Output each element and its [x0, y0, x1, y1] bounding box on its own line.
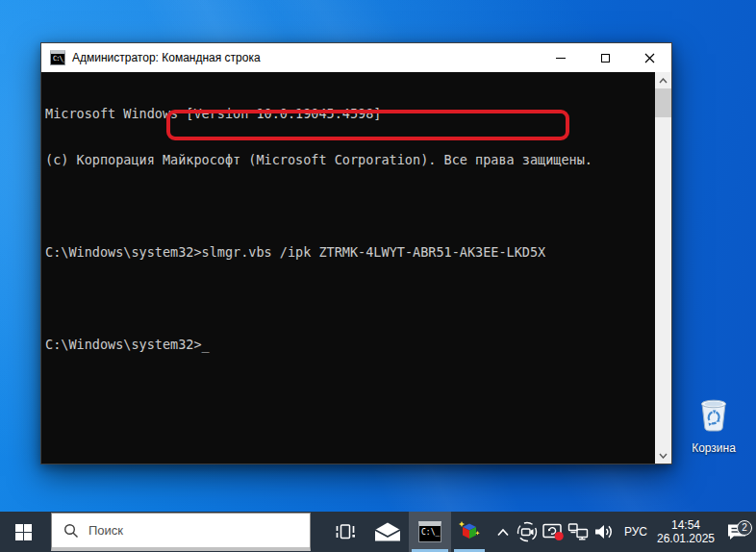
scroll-up-arrow[interactable] — [655, 72, 671, 88]
windows-logo-icon — [15, 524, 32, 540]
cmd-taskbar-icon: C:\_ — [418, 521, 441, 542]
console-scrollbar[interactable] — [655, 72, 671, 464]
language-indicator[interactable]: РУС — [617, 525, 654, 539]
window-title: Администратор: Командная строка — [72, 51, 261, 64]
console-prompt: C:\Windows\system32> — [45, 337, 202, 352]
scrollbar-thumb[interactable] — [655, 88, 671, 117]
recycle-bin-icon — [694, 422, 733, 439]
console-line-prompt: C:\Windows\system32>_ — [45, 337, 652, 352]
console-line-version: Microsoft Windows [Version 10.0.19045.45… — [45, 106, 652, 121]
cube-app-icon — [458, 520, 481, 543]
chevron-up-icon — [496, 528, 510, 537]
console-line-copyright: (c) Корпорация Майкрософт (Microsoft Cor… — [45, 152, 652, 167]
tray-cast-icon-button[interactable] — [540, 512, 566, 552]
notification-badge: 2 — [737, 520, 752, 536]
console-output[interactable]: Microsoft Windows [Version 10.0.19045.45… — [41, 72, 671, 464]
volume-icon — [593, 522, 615, 541]
camera-icon — [517, 521, 538, 542]
tray-volume-icon-button[interactable] — [591, 512, 617, 552]
system-tray: РУС 14:54 26.01.2025 2 — [491, 512, 756, 552]
clock-date: 26.01.2025 — [657, 532, 715, 545]
console-cursor: _ — [202, 337, 210, 352]
tray-camera-icon-button[interactable] — [515, 512, 540, 552]
command-prompt-window: C:\_ Администратор: Командная строка Mic… — [40, 42, 672, 464]
minimize-icon — [556, 58, 566, 59]
console-command-text: slmgr.vbs /ipk ZTRMK-4LWYT-ABR51-AK3EE-L… — [202, 244, 546, 260]
scroll-down-arrow[interactable] — [655, 447, 671, 464]
search-icon — [63, 523, 79, 539]
taskbar: C:\_ — [0, 512, 756, 552]
show-hidden-icons-button[interactable] — [491, 512, 515, 552]
mail-icon — [374, 522, 401, 541]
window-titlebar[interactable]: C:\_ Администратор: Командная строка — [41, 43, 671, 72]
start-button[interactable] — [0, 512, 46, 552]
recycle-bin-label: Корзина — [684, 441, 743, 455]
close-icon — [644, 53, 655, 63]
cube-app-button[interactable] — [451, 512, 488, 552]
desktop: Корзина C:\_ Администратор: Командная ст… — [0, 0, 756, 552]
cmd-taskbar-button[interactable]: C:\_ — [409, 512, 451, 552]
close-button[interactable] — [627, 43, 671, 72]
console-line-command: C:\Windows\system32>slmgr.vbs /ipk ZTRMK… — [45, 244, 652, 260]
maximize-button[interactable] — [583, 43, 627, 72]
clock-time: 14:54 — [671, 518, 700, 532]
minimize-button[interactable] — [539, 43, 583, 72]
recycle-bin[interactable]: Корзина — [684, 391, 743, 455]
cmd-window-icon: C:\_ — [50, 50, 65, 65]
taskbar-search[interactable] — [51, 513, 311, 551]
search-input[interactable] — [88, 523, 310, 538]
tray-network-icon-button[interactable] — [566, 512, 591, 552]
taskbar-clock[interactable]: 14:54 26.01.2025 — [654, 518, 718, 545]
task-view-icon — [335, 522, 356, 541]
cast-screen-icon — [542, 522, 565, 541]
mail-button[interactable] — [366, 512, 409, 552]
network-icon — [567, 522, 590, 541]
console-prompt: C:\Windows\system32> — [45, 244, 202, 260]
task-view-button[interactable] — [324, 512, 366, 552]
action-center-button[interactable]: 2 — [718, 523, 756, 541]
maximize-icon — [601, 54, 610, 63]
